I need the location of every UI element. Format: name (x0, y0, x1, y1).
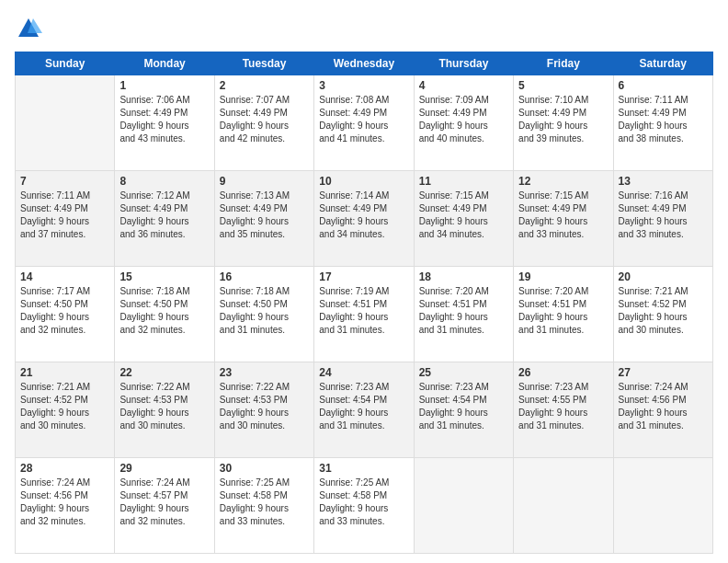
day-number: 19 (518, 270, 608, 283)
calendar-cell: 29Sunrise: 7:24 AM Sunset: 4:57 PM Dayli… (115, 458, 214, 554)
weekday-header: Saturday (613, 52, 712, 75)
day-number: 12 (518, 175, 608, 188)
day-info: Sunrise: 7:23 AM Sunset: 4:55 PM Dayligh… (518, 381, 608, 432)
day-info: Sunrise: 7:24 AM Sunset: 4:56 PM Dayligh… (20, 477, 109, 528)
calendar-cell: 4Sunrise: 7:09 AM Sunset: 4:49 PM Daylig… (414, 75, 513, 171)
calendar-cell: 8Sunrise: 7:12 AM Sunset: 4:49 PM Daylig… (115, 171, 214, 267)
calendar-cell: 24Sunrise: 7:23 AM Sunset: 4:54 PM Dayli… (314, 362, 414, 458)
day-info: Sunrise: 7:21 AM Sunset: 4:52 PM Dayligh… (20, 381, 109, 432)
day-number: 9 (220, 175, 309, 188)
day-info: Sunrise: 7:18 AM Sunset: 4:50 PM Dayligh… (220, 285, 309, 337)
day-info: Sunrise: 7:24 AM Sunset: 4:57 PM Dayligh… (119, 477, 209, 528)
day-number: 22 (119, 366, 209, 379)
day-info: Sunrise: 7:23 AM Sunset: 4:54 PM Dayligh… (419, 381, 508, 432)
logo (15, 15, 46, 42)
day-info: Sunrise: 7:06 AM Sunset: 4:49 PM Dayligh… (119, 94, 209, 145)
day-number: 27 (619, 366, 708, 379)
calendar-cell (613, 458, 712, 554)
calendar-cell: 20Sunrise: 7:21 AM Sunset: 4:52 PM Dayli… (613, 267, 712, 362)
day-number: 21 (20, 366, 109, 379)
day-number: 10 (319, 175, 408, 188)
day-info: Sunrise: 7:20 AM Sunset: 4:51 PM Dayligh… (518, 285, 608, 337)
day-number: 2 (220, 79, 309, 92)
calendar-cell: 30Sunrise: 7:25 AM Sunset: 4:58 PM Dayli… (214, 458, 313, 554)
day-info: Sunrise: 7:22 AM Sunset: 4:53 PM Dayligh… (220, 381, 309, 432)
calendar-cell: 27Sunrise: 7:24 AM Sunset: 4:56 PM Dayli… (613, 362, 712, 458)
day-info: Sunrise: 7:20 AM Sunset: 4:51 PM Dayligh… (419, 285, 508, 337)
day-number: 26 (518, 366, 608, 379)
day-info: Sunrise: 7:09 AM Sunset: 4:49 PM Dayligh… (419, 94, 508, 145)
calendar-cell: 17Sunrise: 7:19 AM Sunset: 4:51 PM Dayli… (314, 267, 414, 362)
day-number: 5 (518, 79, 608, 92)
page: SundayMondayTuesdayWednesdayThursdayFrid… (0, 0, 728, 563)
calendar: SundayMondayTuesdayWednesdayThursdayFrid… (15, 52, 713, 554)
day-info: Sunrise: 7:14 AM Sunset: 4:49 PM Dayligh… (319, 190, 408, 241)
calendar-cell: 14Sunrise: 7:17 AM Sunset: 4:50 PM Dayli… (16, 267, 115, 362)
calendar-cell: 2Sunrise: 7:07 AM Sunset: 4:49 PM Daylig… (214, 75, 313, 171)
day-info: Sunrise: 7:22 AM Sunset: 4:53 PM Dayligh… (119, 381, 209, 432)
calendar-cell: 23Sunrise: 7:22 AM Sunset: 4:53 PM Dayli… (214, 362, 313, 458)
calendar-cell: 12Sunrise: 7:15 AM Sunset: 4:49 PM Dayli… (514, 171, 613, 267)
day-info: Sunrise: 7:17 AM Sunset: 4:50 PM Dayligh… (20, 285, 109, 337)
weekday-header: Tuesday (214, 52, 313, 75)
day-info: Sunrise: 7:19 AM Sunset: 4:51 PM Dayligh… (319, 285, 408, 337)
day-number: 7 (20, 175, 109, 188)
calendar-week-row: 21Sunrise: 7:21 AM Sunset: 4:52 PM Dayli… (16, 362, 713, 458)
day-number: 13 (619, 175, 708, 188)
day-number: 17 (319, 270, 408, 283)
day-number: 1 (119, 79, 209, 92)
calendar-cell: 5Sunrise: 7:10 AM Sunset: 4:49 PM Daylig… (514, 75, 613, 171)
day-number: 6 (619, 79, 708, 92)
calendar-cell: 15Sunrise: 7:18 AM Sunset: 4:50 PM Dayli… (115, 267, 214, 362)
day-info: Sunrise: 7:11 AM Sunset: 4:49 PM Dayligh… (20, 190, 109, 241)
day-info: Sunrise: 7:07 AM Sunset: 4:49 PM Dayligh… (220, 94, 309, 145)
day-number: 23 (220, 366, 309, 379)
weekday-header: Sunday (16, 52, 115, 75)
header (15, 15, 713, 42)
day-number: 14 (20, 270, 109, 283)
weekday-header: Thursday (414, 52, 513, 75)
day-info: Sunrise: 7:15 AM Sunset: 4:49 PM Dayligh… (518, 190, 608, 241)
day-info: Sunrise: 7:18 AM Sunset: 4:50 PM Dayligh… (119, 285, 209, 337)
day-info: Sunrise: 7:12 AM Sunset: 4:49 PM Dayligh… (119, 190, 209, 241)
day-number: 16 (220, 270, 309, 283)
calendar-cell (16, 75, 115, 171)
day-info: Sunrise: 7:11 AM Sunset: 4:49 PM Dayligh… (619, 94, 708, 145)
day-number: 24 (319, 366, 408, 379)
calendar-cell: 21Sunrise: 7:21 AM Sunset: 4:52 PM Dayli… (16, 362, 115, 458)
calendar-cell: 28Sunrise: 7:24 AM Sunset: 4:56 PM Dayli… (16, 458, 115, 554)
weekday-header: Friday (514, 52, 613, 75)
calendar-cell: 31Sunrise: 7:25 AM Sunset: 4:58 PM Dayli… (314, 458, 414, 554)
logo-icon (15, 15, 42, 42)
day-number: 25 (419, 366, 508, 379)
day-number: 30 (220, 462, 309, 475)
calendar-cell: 10Sunrise: 7:14 AM Sunset: 4:49 PM Dayli… (314, 171, 414, 267)
day-info: Sunrise: 7:13 AM Sunset: 4:49 PM Dayligh… (220, 190, 309, 241)
calendar-cell (514, 458, 613, 554)
calendar-header-row: SundayMondayTuesdayWednesdayThursdayFrid… (16, 52, 713, 75)
calendar-cell: 22Sunrise: 7:22 AM Sunset: 4:53 PM Dayli… (115, 362, 214, 458)
calendar-cell (414, 458, 513, 554)
day-number: 3 (319, 79, 408, 92)
day-info: Sunrise: 7:08 AM Sunset: 4:49 PM Dayligh… (319, 94, 408, 145)
day-info: Sunrise: 7:23 AM Sunset: 4:54 PM Dayligh… (319, 381, 408, 432)
calendar-cell: 13Sunrise: 7:16 AM Sunset: 4:49 PM Dayli… (613, 171, 712, 267)
weekday-header: Wednesday (314, 52, 414, 75)
calendar-cell: 18Sunrise: 7:20 AM Sunset: 4:51 PM Dayli… (414, 267, 513, 362)
calendar-week-row: 7Sunrise: 7:11 AM Sunset: 4:49 PM Daylig… (16, 171, 713, 267)
day-number: 31 (319, 462, 408, 475)
calendar-cell: 9Sunrise: 7:13 AM Sunset: 4:49 PM Daylig… (214, 171, 313, 267)
day-number: 11 (419, 175, 508, 188)
day-number: 20 (619, 270, 708, 283)
day-number: 8 (119, 175, 209, 188)
day-number: 4 (419, 79, 508, 92)
calendar-cell: 7Sunrise: 7:11 AM Sunset: 4:49 PM Daylig… (16, 171, 115, 267)
weekday-header: Monday (115, 52, 214, 75)
calendar-week-row: 14Sunrise: 7:17 AM Sunset: 4:50 PM Dayli… (16, 267, 713, 362)
calendar-cell: 6Sunrise: 7:11 AM Sunset: 4:49 PM Daylig… (613, 75, 712, 171)
calendar-cell: 1Sunrise: 7:06 AM Sunset: 4:49 PM Daylig… (115, 75, 214, 171)
day-number: 18 (419, 270, 508, 283)
day-number: 15 (119, 270, 209, 283)
day-info: Sunrise: 7:15 AM Sunset: 4:49 PM Dayligh… (419, 190, 508, 241)
calendar-cell: 3Sunrise: 7:08 AM Sunset: 4:49 PM Daylig… (314, 75, 414, 171)
